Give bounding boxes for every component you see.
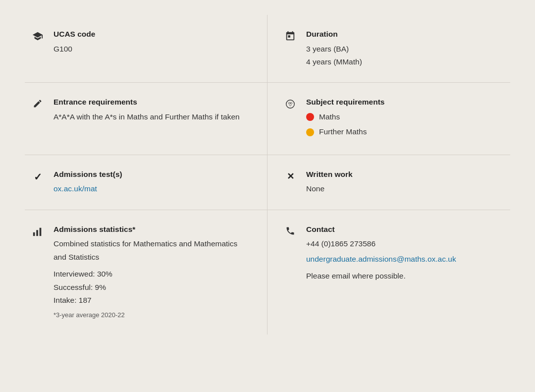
subject-name: Further Maths bbox=[319, 125, 367, 138]
cell-3-right: Contact+44 (0)1865 273586undergraduate.a… bbox=[268, 210, 510, 335]
cell-0-right: Duration3 years (BA)4 years (MMath) bbox=[268, 15, 510, 83]
field-label: Contact bbox=[306, 224, 495, 235]
stats-intro: Combined statistics for Mathematics and … bbox=[54, 237, 252, 264]
cell-content-2-right: Written workNone bbox=[306, 169, 495, 196]
cell-2-left: ✓Admissions test(s)ox.ac.uk/mat bbox=[25, 155, 268, 210]
stat-line: Interviewed: 30% bbox=[54, 268, 252, 280]
cell-content-2-left: Admissions test(s)ox.ac.uk/mat bbox=[54, 169, 252, 196]
cell-content-0-left: UCAS codeG100 bbox=[54, 29, 252, 56]
field-label: Entrance requirements bbox=[54, 97, 252, 108]
field-label: Admissions statistics* bbox=[54, 224, 252, 235]
cell-content-1-right: Subject requirementsMathsFurther Maths bbox=[306, 97, 495, 140]
red-dot-icon bbox=[306, 113, 314, 121]
svg-rect-3 bbox=[40, 227, 42, 236]
contact-note: Please email where possible. bbox=[306, 270, 495, 282]
stat-line: Intake: 187 bbox=[54, 294, 252, 307]
subject-row: Maths bbox=[306, 111, 495, 123]
cell-content-1-left: Entrance requirementsA*A*A with the A*s … bbox=[54, 97, 252, 123]
subject-row: Further Maths bbox=[306, 125, 495, 138]
field-value: MathsFurther Maths bbox=[306, 111, 495, 139]
cell-2-right: ✕Written workNone bbox=[268, 155, 510, 210]
contact-email[interactable]: undergraduate.admissions@maths.ox.ac.uk bbox=[306, 253, 495, 266]
field-value: Combined statistics for Mathematics and … bbox=[54, 237, 252, 321]
duration-line: 3 years (BA) bbox=[306, 43, 495, 56]
graduation-cap-icon bbox=[30, 29, 46, 42]
cell-1-right: Subject requirementsMathsFurther Maths bbox=[268, 83, 510, 155]
duration-line: 4 years (MMath) bbox=[306, 56, 495, 68]
admissions-test-link[interactable]: ox.ac.uk/mat bbox=[54, 184, 97, 193]
field-value: 3 years (BA)4 years (MMath) bbox=[306, 43, 495, 69]
calendar-icon bbox=[282, 29, 298, 42]
cell-content-3-left: Admissions statistics*Combined statistic… bbox=[54, 224, 252, 321]
cross-icon: ✕ bbox=[282, 169, 298, 182]
cell-3-left: Admissions statistics*Combined statistic… bbox=[25, 210, 268, 335]
page-container: UCAS codeG100Duration3 years (BA)4 years… bbox=[0, 0, 535, 392]
checkmark-icon: ✓ bbox=[30, 169, 46, 183]
field-value[interactable]: ox.ac.uk/mat bbox=[54, 182, 252, 195]
field-label: Admissions test(s) bbox=[54, 169, 252, 180]
stat-line: Successful: 9% bbox=[54, 281, 252, 294]
field-label: UCAS code bbox=[54, 29, 252, 40]
stats-note: *3-year average 2020-22 bbox=[54, 310, 252, 321]
subject-name: Maths bbox=[319, 111, 340, 123]
field-value: A*A*A with the A*s in Maths and Further … bbox=[54, 111, 252, 123]
orange-dot-icon bbox=[306, 128, 314, 136]
cell-1-left: Entrance requirementsA*A*A with the A*s … bbox=[25, 83, 268, 155]
svg-rect-2 bbox=[36, 230, 38, 236]
cell-content-0-right: Duration3 years (BA)4 years (MMath) bbox=[306, 29, 495, 68]
contact-phone: +44 (0)1865 273586 bbox=[306, 237, 495, 250]
pencil-icon bbox=[30, 97, 46, 109]
field-value: None bbox=[306, 182, 495, 195]
field-label: Written work bbox=[306, 169, 495, 180]
field-label: Duration bbox=[306, 29, 495, 40]
svg-point-0 bbox=[286, 100, 295, 109]
info-grid: UCAS codeG100Duration3 years (BA)4 years… bbox=[25, 15, 510, 335]
field-label: Subject requirements bbox=[306, 97, 495, 108]
bar-chart-icon bbox=[30, 224, 46, 237]
field-value: +44 (0)1865 273586undergraduate.admissio… bbox=[306, 237, 495, 282]
field-value: G100 bbox=[54, 43, 252, 56]
svg-rect-1 bbox=[33, 232, 35, 236]
cell-content-3-right: Contact+44 (0)1865 273586undergraduate.a… bbox=[306, 224, 495, 283]
brain-icon bbox=[282, 97, 298, 110]
phone-icon bbox=[282, 224, 298, 236]
cell-0-left: UCAS codeG100 bbox=[25, 15, 268, 83]
